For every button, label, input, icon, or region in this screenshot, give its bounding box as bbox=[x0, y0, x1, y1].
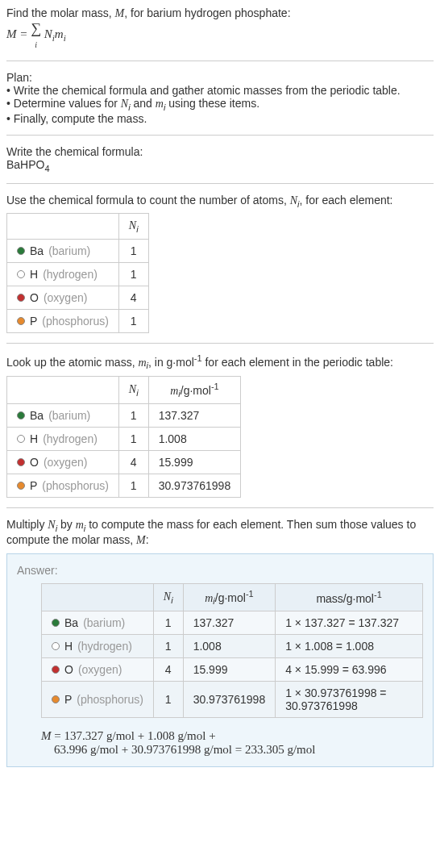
empty-header bbox=[7, 214, 119, 240]
element-cell: O (oxygen) bbox=[7, 286, 119, 310]
element-cell: P (phosphorus) bbox=[42, 682, 154, 718]
intro-section: Find the molar mass, M, for barium hydro… bbox=[6, 6, 434, 51]
divider bbox=[6, 507, 434, 508]
formula-m: m bbox=[55, 27, 64, 40]
m-value: 15.999 bbox=[148, 451, 241, 474]
table-row: P (phosphorus) 1 30.973761998 1 × 30.973… bbox=[42, 682, 423, 718]
element-cell: P (phosphorus) bbox=[7, 310, 119, 333]
sum-symbol: ∑ bbox=[31, 20, 41, 36]
element-cell: Ba (barium) bbox=[7, 240, 119, 263]
table-header-row: Ni bbox=[7, 214, 149, 240]
element-swatch bbox=[17, 482, 25, 490]
element-cell: O (oxygen) bbox=[7, 451, 119, 474]
var-M: M bbox=[115, 7, 125, 19]
table-row: P (phosphorus) 1 30.973761998 bbox=[7, 474, 241, 498]
n-value: 1 bbox=[153, 635, 183, 658]
table-row: O (oxygen) 4 15.999 4 × 15.999 = 63.996 bbox=[42, 658, 423, 682]
n-value: 1 bbox=[118, 310, 148, 333]
count-atoms-section: Use the chemical formula to count the nu… bbox=[6, 194, 434, 334]
intro-line1-cont: , for barium hydrogen phosphate: bbox=[124, 6, 290, 19]
formula-eq: = bbox=[17, 27, 31, 40]
m-value: 15.999 bbox=[183, 658, 276, 682]
intro-text: Find the molar mass, M, for barium hydro… bbox=[6, 6, 434, 20]
lookup-label: Look up the atomic mass, mi, in g·mol-1 … bbox=[6, 353, 434, 370]
lookup-section: Look up the atomic mass, mi, in g·mol-1 … bbox=[6, 353, 434, 498]
element-cell: H (hydrogen) bbox=[7, 428, 119, 451]
element-swatch bbox=[17, 270, 25, 278]
atomic-mass-table: Ni mi/g·mol-1 Ba (barium) 1 137.327 H (h… bbox=[6, 376, 241, 498]
table-header-row: Ni mi/g·mol-1 mass/g·mol-1 bbox=[42, 583, 423, 611]
table-row: H (hydrogen) 1 1.008 1 × 1.008 = 1.008 bbox=[42, 635, 423, 658]
n-header: Ni bbox=[153, 583, 183, 611]
element-swatch bbox=[52, 642, 60, 650]
m-header: mi/g·mol-1 bbox=[183, 583, 276, 611]
plan-item-1: Write the chemical formula and gather at… bbox=[6, 84, 434, 97]
n-value: 1 bbox=[153, 611, 183, 635]
element-swatch bbox=[17, 411, 25, 419]
empty-header bbox=[7, 376, 119, 403]
m-value: 137.327 bbox=[148, 404, 241, 428]
multiply-section: Multiply Ni by mi to compute the mass fo… bbox=[6, 518, 434, 547]
table-row: O (oxygen) 4 bbox=[7, 286, 149, 310]
m-value: 30.973761998 bbox=[183, 682, 276, 718]
n-value: 1 bbox=[118, 474, 148, 498]
table-header-row: Ni mi/g·mol-1 bbox=[7, 376, 241, 403]
n-value: 4 bbox=[118, 451, 148, 474]
element-swatch bbox=[52, 695, 60, 703]
m-value: 1.008 bbox=[183, 635, 276, 658]
answer-label: Answer: bbox=[17, 564, 423, 577]
molar-mass-formula: M = ∑i Nimi bbox=[6, 20, 434, 51]
element-swatch bbox=[52, 666, 60, 674]
table-row: H (hydrogen) 1 1.008 bbox=[7, 428, 241, 451]
mass-header: mass/g·mol-1 bbox=[276, 583, 423, 611]
atom-count-table: Ni Ba (barium) 1 H (hydrogen) 1 O (oxyge… bbox=[6, 213, 149, 333]
element-cell: P (phosphorus) bbox=[7, 474, 119, 498]
plan-list: Write the chemical formula and gather at… bbox=[6, 84, 434, 125]
table-row: Ba (barium) 1 137.327 bbox=[7, 404, 241, 428]
element-swatch bbox=[17, 317, 25, 325]
element-cell: O (oxygen) bbox=[42, 658, 154, 682]
table-row: P (phosphorus) 1 bbox=[7, 310, 149, 333]
table-row: Ba (barium) 1 bbox=[7, 240, 149, 263]
intro-line1: Find the molar mass, bbox=[6, 6, 115, 19]
m-value: 1.008 bbox=[148, 428, 241, 451]
answer-box: Answer: Ni mi/g·mol-1 mass/g·mol-1 Ba (b… bbox=[6, 553, 434, 767]
mass-value: 1 × 137.327 = 137.327 bbox=[276, 611, 423, 635]
n-value: 1 bbox=[153, 682, 183, 718]
chem-formula-label: Write the chemical formula: bbox=[6, 145, 434, 158]
n-value: 1 bbox=[118, 263, 148, 286]
m-header: mi/g·mol-1 bbox=[148, 376, 241, 403]
table-row: Ba (barium) 1 137.327 1 × 137.327 = 137.… bbox=[42, 611, 423, 635]
count-atoms-label: Use the chemical formula to count the nu… bbox=[6, 194, 434, 209]
plan-item-3: Finally, compute the mass. bbox=[6, 112, 434, 125]
final-result: M = 137.327 g/mol + 1.008 g/mol + 63.996… bbox=[41, 729, 423, 757]
m-value: 137.327 bbox=[183, 611, 276, 635]
sum-index: i bbox=[35, 40, 37, 49]
element-cell: H (hydrogen) bbox=[42, 635, 154, 658]
plan-title: Plan: bbox=[6, 71, 434, 84]
element-swatch bbox=[17, 458, 25, 466]
table-row: O (oxygen) 4 15.999 bbox=[7, 451, 241, 474]
divider bbox=[6, 343, 434, 344]
element-cell: Ba (barium) bbox=[42, 611, 154, 635]
plan-item-2: Determine values for Ni and mi using the… bbox=[6, 97, 434, 112]
formula-lhs: M bbox=[6, 27, 17, 40]
formula-N: N bbox=[41, 27, 52, 40]
n-header: Ni bbox=[118, 376, 148, 403]
multiply-label: Multiply Ni by mi to compute the mass fo… bbox=[6, 518, 434, 547]
element-swatch bbox=[17, 294, 25, 302]
element-cell: H (hydrogen) bbox=[7, 263, 119, 286]
mass-value: 1 × 1.008 = 1.008 bbox=[276, 635, 423, 658]
n-value: 1 bbox=[118, 404, 148, 428]
answer-table: Ni mi/g·mol-1 mass/g·mol-1 Ba (barium) 1… bbox=[41, 583, 423, 718]
divider bbox=[6, 183, 434, 184]
n-header: Ni bbox=[118, 214, 148, 240]
element-swatch bbox=[17, 435, 25, 443]
divider bbox=[6, 135, 434, 136]
chem-formula-section: Write the chemical formula: BaHPO4 bbox=[6, 145, 434, 173]
n-value: 4 bbox=[118, 286, 148, 310]
n-value: 1 bbox=[118, 428, 148, 451]
formula-m-sub: i bbox=[64, 33, 66, 43]
plan-section: Plan: Write the chemical formula and gat… bbox=[6, 71, 434, 125]
mass-value: 4 × 15.999 = 63.996 bbox=[276, 658, 423, 682]
